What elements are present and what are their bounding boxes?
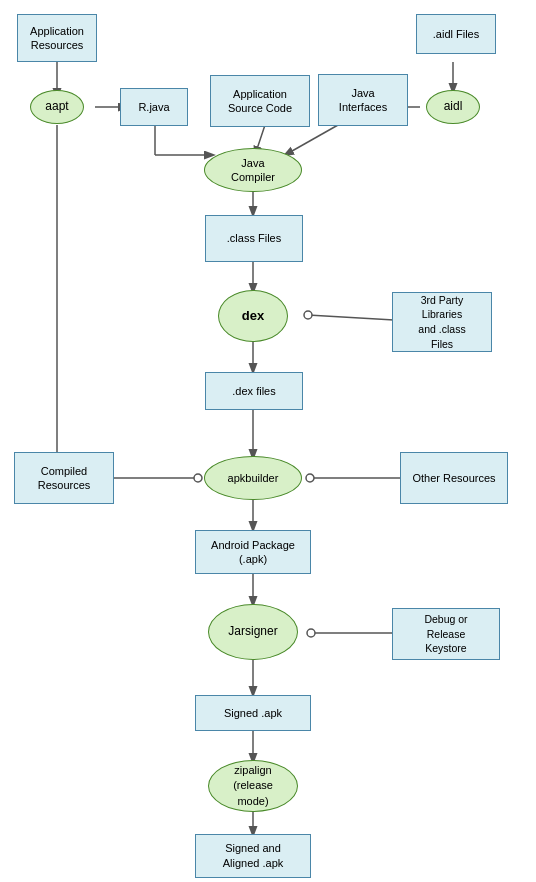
compiled-resources-box: CompiledResources	[14, 452, 114, 504]
java-compiler-oval: JavaCompiler	[204, 148, 302, 192]
svg-line-5	[285, 125, 338, 155]
aapt-oval: aapt	[30, 90, 84, 124]
svg-point-22	[307, 629, 315, 637]
other-resources-box: Other Resources	[400, 452, 508, 504]
svg-point-14	[194, 474, 202, 482]
r-java-box: R.java	[120, 88, 188, 126]
android-package-box: Android Package(.apk)	[195, 530, 311, 574]
third-party-box: 3rd PartyLibrariesand .classFiles	[392, 292, 492, 352]
svg-point-11	[304, 311, 312, 319]
apkbuilder-oval: apkbuilder	[204, 456, 302, 500]
svg-line-10	[308, 315, 394, 320]
aidl-oval: aidl	[426, 90, 480, 124]
signed-aligned-box: Signed andAligned .apk	[195, 834, 311, 878]
class-files-box: .class Files	[205, 215, 303, 262]
arrows-svg	[0, 0, 536, 882]
app-source-box: ApplicationSource Code	[210, 75, 310, 127]
debug-release-box: Debug orReleaseKeystore	[392, 608, 500, 660]
jarsigner-oval: Jarsigner	[208, 604, 298, 660]
zipalign-oval: zipalign(releasemode)	[208, 760, 298, 812]
build-diagram: ApplicationResources .aidl Files aapt R.…	[0, 0, 536, 882]
dex-oval: dex	[218, 290, 288, 342]
app-resources-box: ApplicationResources	[17, 14, 97, 62]
java-interfaces-box: JavaInterfaces	[318, 74, 408, 126]
dex-files-box: .dex files	[205, 372, 303, 410]
aidl-files-box: .aidl Files	[416, 14, 496, 54]
signed-apk-box: Signed .apk	[195, 695, 311, 731]
svg-point-18	[306, 474, 314, 482]
